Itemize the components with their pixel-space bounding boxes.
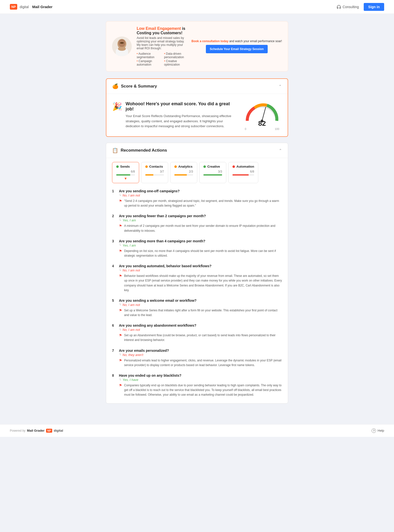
answer-text-6: No, I am not [123, 328, 140, 332]
rec-text-3: Depending on list size, no more than 4 c… [124, 249, 282, 258]
tab-label-automation: Automation [236, 165, 254, 168]
answer-text-4: No, I am not [123, 268, 140, 272]
rec-text-5: Set up a Welcome Series that initiates r… [124, 308, 282, 318]
tab-contacts[interactable]: Contacts 3/7 [141, 162, 168, 183]
question-list: 1 Are you sending one-off campaigns? └ N… [112, 189, 282, 397]
recommended-collapse-button[interactable]: ⌃ [279, 148, 282, 153]
promo-list: Audience segmentationData-driven persona… [137, 52, 187, 66]
recommended-section-card: 📋 Recommended Actions ⌃ Sends 6/8 ▼ Cont… [106, 143, 288, 404]
tab-automation[interactable]: Automation 6/8 [228, 162, 258, 183]
help-label: Help [378, 429, 384, 432]
question-answer-6: └ No, I am not [119, 328, 282, 332]
answer-arrow-icon-6: └ [119, 328, 121, 332]
gauge-needle [262, 107, 266, 121]
tab-analytics[interactable]: Analytics 2/3 [170, 162, 197, 183]
signin-button[interactable]: Sign in [364, 3, 384, 11]
question-text-4: Are you sending automated, behavior base… [119, 264, 212, 268]
tab-score-analytics: 2/3 [189, 170, 193, 173]
question-recommendation-3: ⚑ Depending on list size, no more than 4… [119, 249, 282, 258]
recommended-title-label: Recommended Actions [121, 148, 167, 153]
question-answer-1: └ No, I am not [119, 194, 282, 197]
question-number-8: 8 [112, 373, 116, 377]
tab-score-row-creative: 3/3 [203, 170, 222, 173]
answer-text-3: Yes, I am [123, 244, 136, 247]
rec-text-8: Companies typically end up on blacklists… [124, 383, 282, 397]
person-avatar-icon [113, 37, 131, 56]
question-recommendation-8: ⚑ Companies typically end up on blacklis… [119, 383, 282, 397]
tab-bar-fill-automation [232, 174, 249, 176]
question-text-5: Are you sending a welcome email or workf… [119, 299, 197, 302]
rec-text-7: Personalized emails lead to higher engag… [124, 358, 282, 368]
promo-subtitle: Avoid list leads and missed sales by opt… [137, 36, 187, 50]
question-text-6: Are you sending any abandonment workflow… [119, 323, 196, 327]
tab-bar-fill-sends [116, 174, 130, 176]
question-item-5: 5 Are you sending a welcome email or wor… [112, 299, 282, 318]
question-answer-3: └ Yes, I am [119, 244, 282, 247]
tab-header-creative: Creative [203, 165, 222, 168]
question-row-6: 6 Are you sending any abandonment workfl… [112, 323, 282, 327]
question-item-8: 8 Have you ended up on any blacklists? └… [112, 373, 282, 397]
np-logo: NP [10, 4, 17, 10]
question-row-1: 1 Are you sending one-off campaigns? [112, 189, 282, 193]
score-collapse-button[interactable]: ⌃ [279, 84, 282, 89]
consulting-label: Consulting [343, 5, 359, 9]
question-text-7: Are your emails personalized? [119, 349, 169, 353]
answer-arrow-icon-2: └ [119, 219, 121, 222]
tab-bar-bg-sends [116, 174, 135, 176]
question-item-4: 4 Are you sending automated, behavior ba… [112, 264, 282, 293]
schedule-button[interactable]: Schedule Your Email Strategy Session [206, 45, 268, 53]
question-item-2: 2 Are you sending fewer than 2 campaigns… [112, 214, 282, 233]
footer-brand: Mail Grader [27, 429, 45, 432]
flag-icon-1: ⚑ [119, 199, 122, 203]
answer-arrow-icon-3: └ [119, 244, 121, 247]
question-answer-5: └ No, I am not [119, 303, 282, 307]
tab-label-contacts: Contacts [149, 165, 163, 168]
gauge-chart [242, 100, 282, 122]
tab-sends[interactable]: Sends 6/8 ▼ [112, 162, 139, 183]
header: NP digital Mail Grader Consulting Sign i… [0, 0, 394, 14]
tab-score-row-sends: 6/8 [116, 170, 135, 173]
promo-text-block: Low Email Engagement is Costing you Cust… [137, 26, 187, 66]
question-answer-4: └ No, I am not [119, 268, 282, 272]
promo-list-item: Campaign automation [137, 59, 159, 66]
flag-icon-4: ⚑ [119, 274, 122, 278]
recommended-title: 📋 Recommended Actions [112, 147, 167, 153]
answer-arrow-icon-8: └ [119, 378, 121, 382]
tabs-container: Sends 6/8 ▼ Contacts 3/7 [112, 162, 282, 183]
promo-list-item: Creative optimization [164, 59, 186, 66]
score-left: 🎉 Wohooo! Here's your email score. You d… [112, 101, 237, 129]
rec-text-2: A minimum of 2 campaigns per month must … [124, 224, 282, 233]
question-item-7: 7 Are your emails personalized? └ No, th… [112, 349, 282, 368]
tab-dot-contacts [145, 165, 148, 168]
tab-score-creative: 3/3 [218, 170, 222, 173]
recommended-icon: 📋 [112, 147, 118, 153]
gauge-min-label: 0 [245, 127, 246, 130]
tab-creative[interactable]: Creative 3/3 [199, 162, 226, 183]
tab-dot-creative [203, 165, 206, 168]
flag-icon-6: ⚑ [119, 333, 122, 337]
header-left: NP digital Mail Grader [10, 4, 52, 10]
tab-bar-fill-analytics [174, 174, 187, 176]
app-name: Mail Grader [32, 5, 53, 9]
question-number-4: 4 [112, 264, 116, 268]
question-recommendation-2: ⚑ A minimum of 2 campaigns per month mus… [119, 224, 282, 233]
tab-score-row-contacts: 3/7 [145, 170, 164, 173]
gauge-score-value: 82 [258, 120, 266, 127]
score-section-title: 🍊 Score & Summary [112, 83, 157, 89]
promo-list-item: Data-driven personalization [164, 52, 186, 59]
question-row-3: 3 Are you sending more than 4 campaigns … [112, 239, 282, 243]
help-circle-icon: ? [372, 428, 376, 433]
consulting-link[interactable]: Consulting [337, 5, 359, 9]
answer-text-8: Yes, I have [123, 378, 138, 382]
promo-title-highlight: Low Email Engagement [137, 26, 181, 31]
footer-digital: digital [54, 429, 63, 432]
answer-text-2: Yes, I am [123, 218, 136, 222]
help-link[interactable]: ? Help [372, 428, 384, 433]
tab-arrow-down: ▼ [116, 177, 135, 180]
score-title-label: Score & Summary [121, 84, 157, 89]
tab-label-sends: Sends [120, 165, 130, 168]
promo-cta: Book a consultation today and watch your… [192, 39, 282, 53]
question-number-7: 7 [112, 349, 116, 353]
score-section-header: 🍊 Score & Summary ⌃ [106, 79, 288, 94]
score-heading: Wohooo! Here's your email score. You did… [126, 101, 237, 112]
